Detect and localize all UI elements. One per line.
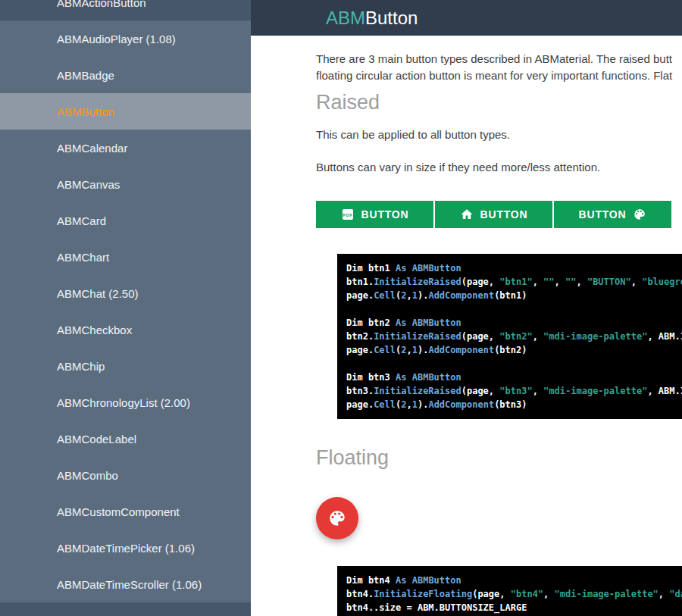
sidebar-item[interactable]: ABMChart (0, 239, 251, 275)
raised-buttons-demo: PDF BUTTON BUTTON BUTTON (316, 201, 671, 228)
intro-line-1: There are 3 main button types described … (316, 51, 672, 67)
sidebar-item[interactable]: ABMCalendar (0, 130, 251, 166)
sidebar-item[interactable]: ABMCombo (0, 457, 251, 493)
demo-button-pdf[interactable]: PDF BUTTON (316, 201, 433, 228)
sidebar-item[interactable]: ABMDateTimePicker (1.06) (0, 530, 251, 566)
section-heading-raised: Raised (316, 91, 380, 114)
sidebar-item[interactable]: ABMActionButton (0, 0, 251, 20)
page-header: ABMButton (251, 0, 682, 36)
page-title-accent: ABM (326, 8, 365, 29)
floating-action-button[interactable] (316, 497, 358, 539)
demo-button-home[interactable]: BUTTON (435, 201, 552, 228)
page-title: Button (365, 8, 418, 29)
sidebar-item[interactable]: ABMChip (0, 348, 251, 384)
sidebar-scroll-shade-bottom (0, 602, 251, 616)
raised-paragraph-1: This can be applied to all button types. (316, 128, 510, 141)
raised-paragraph-2: Buttons can vary in size if they need mo… (316, 161, 600, 174)
code-block-raised: Dim btn1 As ABMButtonbtn1.InitializeRais… (337, 254, 682, 419)
sidebar-item[interactable]: ABMCard (0, 202, 251, 239)
sidebar: ABMActionButton ABMAudioPlayer (1.08) AB… (0, 0, 251, 616)
main-content: ABMButton There are 3 main button types … (251, 0, 682, 616)
sidebar-item[interactable]: ABMCheckbox (0, 311, 251, 348)
sidebar-item[interactable]: ABMCodeLabel (0, 421, 251, 457)
button-label: BUTTON (480, 208, 528, 220)
palette-icon (633, 208, 646, 221)
sidebar-item[interactable]: ABMAudioPlayer (1.08) (0, 20, 251, 57)
sidebar-item[interactable]: ABMBadge (0, 57, 251, 93)
intro-line-2: floating circular action button is meant… (316, 67, 672, 84)
sidebar-item[interactable]: ABMCanvas (0, 166, 251, 202)
palette-icon (327, 508, 347, 528)
intro-paragraph: There are 3 main button types described … (316, 51, 672, 84)
code-block-floating: Dim btn4 As ABMButtonbtn4.InitializeFloa… (337, 566, 682, 616)
sidebar-item[interactable]: ABMChat (2.50) (0, 275, 251, 311)
pdf-file-icon: PDF (341, 208, 355, 221)
section-heading-floating: Floating (316, 446, 389, 470)
sidebar-item-active[interactable]: ABMButton (0, 93, 251, 130)
svg-text:PDF: PDF (343, 213, 352, 217)
sidebar-item[interactable]: ABMCustomComponent (0, 493, 251, 530)
demo-button-palette[interactable]: BUTTON (554, 201, 671, 228)
home-icon (460, 208, 474, 221)
sidebar-item[interactable]: ABMDateTimeScroller (1.06) (0, 566, 251, 602)
sidebar-item[interactable]: ABMChronologyList (2.00) (0, 384, 251, 421)
button-label: BUTTON (579, 208, 627, 220)
sidebar-list: ABMActionButton ABMAudioPlayer (1.08) AB… (0, 0, 251, 616)
button-label: BUTTON (361, 208, 409, 220)
